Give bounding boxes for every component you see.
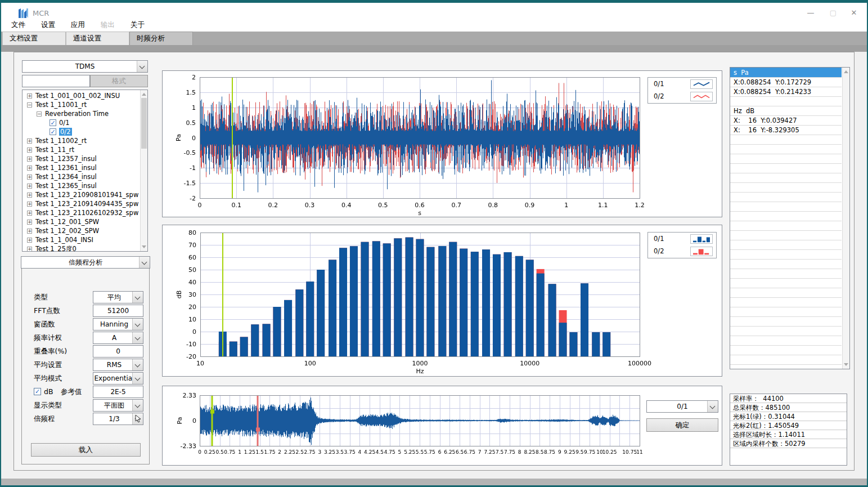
expand-icon[interactable]: + — [27, 138, 32, 144]
readout-row[interactable] — [730, 164, 842, 173]
expand-icon[interactable]: + — [27, 166, 32, 171]
readout-row[interactable] — [730, 269, 842, 279]
tree-item[interactable]: +Test 1_12357_insul — [23, 154, 140, 163]
channel-checkbox[interactable]: ✓ — [50, 119, 56, 126]
tree-item[interactable]: −Test 1_11001_rt — [23, 100, 140, 109]
expand-icon[interactable]: + — [27, 247, 32, 252]
expand-icon[interactable]: + — [27, 220, 32, 225]
readout-scrollbar[interactable] — [842, 68, 849, 369]
form-input-7[interactable]: 2E-5 — [93, 386, 143, 398]
tree-item[interactable]: +Test 1_11_rt — [23, 145, 140, 154]
readout-row[interactable] — [730, 240, 842, 250]
tree-item[interactable]: ✓0/2 — [23, 127, 140, 136]
expand-icon[interactable]: + — [27, 148, 32, 153]
tree-item[interactable]: +Test 1_123_211026102932_spw — [23, 208, 140, 217]
octave-spectrum-plot[interactable] — [163, 225, 722, 376]
readout-row[interactable] — [730, 260, 842, 269]
menu-item-输出[interactable]: 输出 — [99, 19, 116, 31]
readout-row[interactable] — [730, 336, 842, 346]
readout-row[interactable] — [730, 97, 842, 106]
readout-row[interactable] — [730, 202, 842, 212]
menu-item-应用[interactable]: 应用 — [69, 19, 87, 31]
readout-row[interactable]: Hz dB — [730, 106, 842, 116]
readout-row[interactable] — [730, 250, 842, 260]
db-checkbox[interactable]: ✓ — [34, 388, 41, 395]
menu-item-文件[interactable]: 文件 — [10, 19, 27, 31]
readout-row[interactable]: s Pa — [730, 68, 842, 78]
overview-waveform-plot[interactable] — [163, 386, 722, 465]
readout-row[interactable] — [730, 183, 842, 193]
tree-item[interactable]: +Test 1_12361_insul — [23, 163, 140, 172]
tree-item[interactable]: −Reverberation Time — [23, 109, 140, 118]
form-input-1[interactable]: 51200 — [93, 305, 143, 317]
file-format-combo[interactable]: TDMS — [22, 60, 148, 73]
tree-item[interactable]: +Test 1_12365_insul — [23, 181, 140, 190]
expand-icon[interactable]: + — [27, 238, 32, 243]
tree-item[interactable]: +Test 1_25度0 — [23, 244, 140, 252]
tab-时频分析[interactable]: 时频分析 — [129, 32, 193, 45]
tree-item[interactable]: +Test 1_12364_insul — [23, 172, 140, 181]
readout-row[interactable] — [730, 327, 842, 336]
readout-row[interactable] — [730, 221, 842, 231]
menu-item-设置[interactable]: 设置 — [39, 19, 57, 31]
expand-icon[interactable]: + — [27, 157, 32, 162]
analysis-type-combo[interactable]: 倍频程分析 — [21, 256, 150, 269]
tree-item[interactable]: +Test 1_12_001_SPW — [23, 217, 140, 226]
tree-item[interactable]: +Test 1_123_210914094435_spw — [23, 199, 140, 208]
tree-scrollbar[interactable] — [140, 90, 147, 251]
tree-item[interactable]: +Test 1_1_004_INSI — [23, 235, 140, 244]
readout-row[interactable] — [730, 355, 842, 365]
readout-row[interactable] — [730, 298, 842, 307]
close-button[interactable]: ✕ — [845, 6, 862, 19]
expand-icon[interactable]: + — [27, 193, 32, 198]
tab-通道设置[interactable]: 通道设置 — [66, 32, 129, 45]
readout-row[interactable]: X:0.088254 Y:0.214233 — [730, 87, 842, 97]
minimize-button[interactable]: — — [802, 6, 819, 19]
form-select-0[interactable]: 平均 — [93, 291, 143, 303]
readout-row[interactable] — [730, 288, 842, 298]
expand-icon[interactable]: + — [27, 93, 32, 99]
tab-文档设置[interactable]: 文档设置 — [2, 32, 66, 45]
tree-item[interactable]: +Test 1_001_001_002_INSU — [23, 91, 140, 100]
time-waveform-plot[interactable] — [163, 71, 722, 217]
readout-row[interactable] — [730, 135, 842, 145]
readout-row[interactable] — [730, 212, 842, 221]
readout-row[interactable] — [730, 173, 842, 183]
expand-icon[interactable]: + — [27, 229, 32, 234]
readout-row[interactable]: X: 16 Y:0.039427 — [730, 116, 842, 126]
readout-row[interactable] — [730, 231, 842, 240]
expand-icon[interactable]: + — [27, 202, 32, 207]
collapse-icon[interactable]: − — [27, 102, 32, 108]
tree-scroll-thumb[interactable] — [141, 98, 147, 149]
form-input-4[interactable]: 0 — [93, 345, 143, 358]
channel-checkbox[interactable]: ✓ — [50, 128, 56, 135]
form-select-5[interactable]: RMS — [93, 359, 143, 371]
channel-combo[interactable]: 0/1 — [646, 400, 718, 413]
tree-item[interactable]: +Test 1_123_210908101941_spw — [23, 190, 140, 199]
tree-item[interactable]: +Test 1_11002_rt — [23, 136, 140, 145]
readout-row[interactable] — [730, 193, 842, 202]
readout-row[interactable] — [730, 317, 842, 327]
load-button[interactable]: 载入 — [31, 443, 141, 457]
readout-row[interactable] — [730, 346, 842, 355]
readout-row[interactable] — [730, 307, 842, 317]
format-button[interactable]: 格式 — [90, 75, 148, 87]
readout-row[interactable]: X: 16 Y:-8.329305 — [730, 126, 842, 135]
tree-item[interactable]: +Test 1_12_002_SPW — [23, 226, 140, 235]
filter-input[interactable] — [22, 75, 90, 87]
form-select-3[interactable]: A — [93, 332, 143, 344]
form-select-6[interactable]: Exponential — [93, 372, 143, 385]
expand-icon[interactable]: + — [27, 175, 32, 180]
form-select-8[interactable]: 平面图 — [93, 399, 143, 412]
form-select-2[interactable]: Hanning — [93, 318, 143, 330]
expand-icon[interactable]: + — [27, 211, 32, 216]
readout-row[interactable] — [730, 154, 842, 164]
collapse-icon[interactable]: − — [37, 111, 42, 117]
readout-row[interactable] — [730, 279, 842, 288]
readout-row[interactable]: X:0.088254 Y:0.172729 — [730, 78, 842, 87]
menu-item-关于[interactable]: 关于 — [129, 19, 146, 31]
expand-icon[interactable]: + — [27, 184, 32, 189]
maximize-button[interactable]: ▢ — [825, 6, 842, 19]
confirm-button[interactable]: 确定 — [646, 418, 718, 432]
tree-item[interactable]: ✓0/1 — [23, 118, 140, 127]
